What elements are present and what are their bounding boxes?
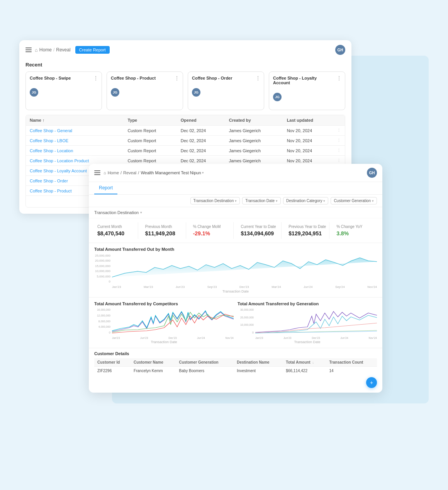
row-menu-2[interactable]: ⋮ xyxy=(333,146,345,156)
table-row-1: Coffee Shop - LBOE Custom Report Dec 02,… xyxy=(26,136,345,146)
chart-main-area xyxy=(112,254,377,283)
tab-report[interactable]: Report xyxy=(94,182,117,194)
card-report: ⌂ Home / Reveal / Wealth Management Test… xyxy=(89,164,382,393)
metric-label-3: Current Year to Date xyxy=(241,225,278,229)
chart-right-title: Total Amount Transferred by Generation xyxy=(238,301,377,306)
customer-row-0: ZIF2296 Francelyn Kemm Baby Boomers Inve… xyxy=(94,367,377,375)
report-cards-row: Coffee Shop - Swipe ⋮ JG Coffee Shop - P… xyxy=(19,71,351,115)
hamburger-icon-2[interactable] xyxy=(94,170,100,175)
home-icon-2: ⌂ xyxy=(104,170,106,175)
filter-destination-category[interactable]: Destination Category ▾ xyxy=(283,197,328,204)
customer-count-0: 14 xyxy=(326,367,377,375)
fab-button[interactable]: + xyxy=(366,377,377,388)
cth-count[interactable]: Transaction Count xyxy=(326,358,377,367)
chart-left-x-title: Transaction Date xyxy=(94,340,234,344)
customer-section: Customer Details Customer Id Customer Na… xyxy=(89,348,382,379)
bc-home-2[interactable]: Home xyxy=(108,170,119,175)
row-name-2: Coffee Shop - Location xyxy=(26,146,124,156)
chart-left: Total Amount Transferred by Competitors … xyxy=(94,301,234,344)
filter-transaction-date[interactable]: Transaction Date ▾ xyxy=(242,197,281,204)
cth-gen[interactable]: Customer Generation xyxy=(176,358,234,367)
row-opened-0: Dec 02, 2024 xyxy=(177,126,225,136)
row-created-by-1: James Giegerich xyxy=(225,136,283,146)
thumb-avatar-2: JG xyxy=(192,88,200,97)
metrics-row: Current Month $8,470,540 Previous Month … xyxy=(89,218,382,243)
chart-left-svg xyxy=(112,308,234,334)
home-icon-1: ⌂ xyxy=(35,47,38,53)
chart-right-svg xyxy=(255,308,377,334)
metric-value-3: $134,094,609 xyxy=(241,230,278,236)
report-card-2[interactable]: Coffee Shop - Order ⋮ JG xyxy=(188,71,264,110)
filter-transaction-destination[interactable]: Transaction Destination ▾ xyxy=(190,197,240,204)
row-last-updated-0: Nov 20, 2024 xyxy=(283,126,333,136)
col-name[interactable]: Name ↑ xyxy=(26,115,124,126)
report-breadcrumb: ⌂ Home / Reveal / Wealth Management Test… xyxy=(104,170,204,175)
breadcrumb-reveal-1[interactable]: Reveal xyxy=(56,47,70,53)
filter-customer-generation[interactable]: Customer Generation ▾ xyxy=(331,197,377,204)
customer-table: Customer Id Customer Name Customer Gener… xyxy=(94,358,377,375)
col-created-by[interactable]: Created by xyxy=(225,115,283,126)
create-report-button[interactable]: Create Report xyxy=(75,46,110,54)
customer-dest-0: Investment xyxy=(234,367,283,375)
avatar-2: GH xyxy=(367,168,377,178)
customer-id-0: ZIF2296 xyxy=(94,367,131,375)
thumb-avatar-0: JG xyxy=(30,88,38,97)
thumb-menu-1[interactable]: ⋮ xyxy=(174,75,180,81)
col-type[interactable]: Type xyxy=(124,115,176,126)
thumb-menu-2[interactable]: ⋮ xyxy=(255,75,261,81)
row-created-by-0: James Giegerich xyxy=(225,126,283,136)
hamburger-icon[interactable] xyxy=(25,48,32,52)
chart-right: Total Amount Transferred by Generation 3… xyxy=(238,301,377,344)
report-card-3[interactable]: Coffee Shop - Loyalty Account ⋮ JG xyxy=(269,71,345,110)
metric-prev-ytd: Previous Year to Date $129,204,951 xyxy=(285,222,329,239)
cth-id[interactable]: Customer Id xyxy=(94,358,131,367)
col-last-updated[interactable]: Last updated xyxy=(283,115,333,126)
row-created-by-2: James Giegerich xyxy=(225,146,283,156)
customer-title: Customer Details xyxy=(94,351,377,356)
chart-left-y-labels: 16,000,000 12,000,000 8,000,000 4,000,00… xyxy=(94,308,110,334)
thumb-menu-3[interactable]: ⋮ xyxy=(336,75,342,81)
metric-ytd: Current Year to Date $134,094,609 xyxy=(238,222,282,239)
metric-change-mom: % Change MoM -29.1% xyxy=(190,222,234,239)
bc-reveal-2[interactable]: Reveal xyxy=(123,170,136,175)
filter-bar: Transaction Destination ▾ Transaction Da… xyxy=(89,195,382,207)
cth-total[interactable]: Total Amount ↓ xyxy=(283,358,326,367)
chart-left-title: Total Amount Transferred by Competitors xyxy=(94,301,234,306)
cth-dest[interactable]: Destination Name xyxy=(234,358,283,367)
metric-label-0: Current Month xyxy=(97,225,135,229)
nav-bar-1: ⌂ Home / Reveal Create Report GH xyxy=(19,40,351,59)
breadcrumb-home-1[interactable]: Home xyxy=(39,47,52,53)
report-card-0[interactable]: Coffee Shop - Swipe ⋮ JG xyxy=(25,71,102,110)
thumb-menu-0[interactable]: ⋮ xyxy=(93,75,98,81)
row-type-2: Custom Report xyxy=(124,146,176,156)
metric-value-0: $8,470,540 xyxy=(97,230,135,236)
report-card-1[interactable]: Coffee Shop - Product ⋮ JG xyxy=(107,71,183,110)
report-card-title-3: Coffee Shop - Loyalty Account xyxy=(273,76,341,85)
metric-value-4: $129,204,951 xyxy=(288,230,326,236)
bc-report-dropdown[interactable]: Wealth Management Test Nipun ▾ xyxy=(141,170,204,175)
metric-value-1: $11,949,208 xyxy=(145,230,183,236)
row-menu-1[interactable]: ⋮ xyxy=(333,136,345,146)
chart-right-area: 30,000,000 20,000,000 10,000,000 0 xyxy=(238,308,377,339)
report-card-title-2: Coffee Shop - Order xyxy=(192,76,260,80)
col-opened[interactable]: Opened xyxy=(177,115,225,126)
chart-right-x-labels: Jan'23 Jun'23 Dec'23 Jun'24 Nov'24 xyxy=(255,337,377,339)
metric-label-2: % Change MoM xyxy=(193,225,231,229)
chart-main-y-labels: 25,000,000 20,000,000 15,000,000 10,000,… xyxy=(94,254,110,283)
dimension-row: Transaction Destination ▾ xyxy=(89,207,382,218)
chart-main-x-title: Transaction Date xyxy=(94,289,377,293)
row-last-updated-1: Nov 20, 2024 xyxy=(283,136,333,146)
metric-previous-month: Previous Month $11,949,208 xyxy=(142,222,186,239)
cth-name[interactable]: Customer Name xyxy=(131,358,176,367)
report-card-title-1: Coffee Shop - Product xyxy=(111,76,179,80)
row-menu-0[interactable]: ⋮ xyxy=(333,126,345,136)
row-type-1: Custom Report xyxy=(124,136,176,146)
row-name-0: Coffee Shop - General xyxy=(26,126,124,136)
chart-right-x-title: Transaction Date xyxy=(238,340,377,344)
avatar-1: GH xyxy=(335,45,345,55)
chart-right-y-labels: 30,000,000 20,000,000 10,000,000 0 xyxy=(238,308,254,334)
metric-change-yoy: % Change YoY 3.8% xyxy=(333,222,377,239)
chart-main-title: Total Amount Transferred Out by Month xyxy=(94,247,377,252)
metric-label-1: Previous Month xyxy=(145,225,183,229)
chart-left-x-labels: Jan'23 Jun'23 Dec'23 Jun'24 Nov'24 xyxy=(112,337,234,339)
